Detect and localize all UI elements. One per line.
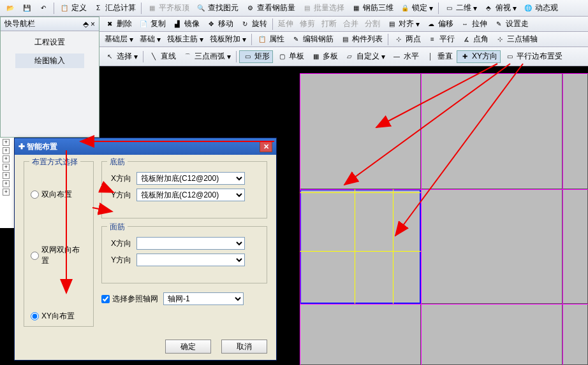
save-icon[interactable]: 💾 xyxy=(19,2,34,15)
baselayer-select[interactable]: 基础层▾ xyxy=(102,33,136,46)
stretch-button[interactable]: ↔拉伸 xyxy=(457,18,490,31)
bottom-x-select[interactable]: 筏板附加底(C12@200) xyxy=(136,172,245,185)
tree-expand-icon[interactable]: + xyxy=(3,147,10,154)
base-label: 基础 xyxy=(140,34,155,45)
rect-label: 矩形 xyxy=(254,51,270,62)
tree-expand-icon[interactable]: + xyxy=(3,189,10,196)
arc3pt-button[interactable]: ⌒三点画弧▾ xyxy=(180,50,233,63)
custom-button[interactable]: ▱自定义▾ xyxy=(342,50,388,63)
lock-button[interactable]: 🔒锁定▾ xyxy=(397,2,436,15)
dialog-titlebar[interactable]: ✚ 智能布置 ✕ xyxy=(15,138,276,155)
sumcalc-button[interactable]: Σ汇总计算 xyxy=(91,2,138,15)
delete-button[interactable]: ✖删除 xyxy=(102,18,135,31)
tree-expand-icon[interactable]: + xyxy=(3,139,10,146)
vert-button[interactable]: │垂直 xyxy=(423,50,455,63)
tree-expand-icon[interactable]: + xyxy=(3,172,10,179)
move-button[interactable]: ✥移动 xyxy=(203,18,236,31)
twopoint-button[interactable]: ⊹两点 xyxy=(391,33,423,46)
fix-label: 修剪 xyxy=(300,18,315,29)
paredge-button[interactable]: ▭平行边布置受 xyxy=(502,50,565,63)
base-select[interactable]: 基础▾ xyxy=(137,33,163,46)
fix-button[interactable]: 修剪 xyxy=(297,18,318,31)
open-icon[interactable]: 📂 xyxy=(3,2,18,15)
ok-button[interactable]: 确定 xyxy=(165,340,211,354)
top-x-select[interactable] xyxy=(136,237,245,250)
ptangle-button[interactable]: ∡点角 xyxy=(459,33,491,46)
dialog-icon: ✚ xyxy=(18,142,25,151)
props-label: 属性 xyxy=(269,34,284,45)
rebar3d-button[interactable]: ▦钢筋三维 xyxy=(348,2,396,15)
delete-label: 删除 xyxy=(117,18,132,29)
raftmain-select[interactable]: 筏板主筋▾ xyxy=(165,33,206,46)
refgrid-select[interactable]: 轴网-1 xyxy=(163,292,244,305)
persp-button[interactable]: ⬘俯视▾ xyxy=(481,2,519,15)
xdir-label: X方向 xyxy=(107,173,131,184)
top-y-select[interactable] xyxy=(136,254,245,266)
tree-expand-icon[interactable]: + xyxy=(3,180,10,187)
vert-label: 垂直 xyxy=(437,51,453,62)
rotate-label: 旋转 xyxy=(252,18,267,29)
radio-dualnet[interactable]: 双网双向布置 xyxy=(29,243,88,268)
select-button[interactable]: ↖选择▾ xyxy=(102,50,140,63)
batchsel-label: 批量选择 xyxy=(314,3,344,13)
align-button[interactable]: ▤对齐▾ xyxy=(384,18,422,31)
horiz-button[interactable]: —水平 xyxy=(389,50,422,63)
method-legend: 布置方式选择 xyxy=(29,157,80,168)
refgrid-checkbox[interactable]: 选择参照轴网 xyxy=(101,294,158,304)
break-button[interactable]: 打断 xyxy=(319,18,339,31)
arc3pt-label: 三点画弧 xyxy=(195,51,225,62)
merge-button[interactable]: 合并 xyxy=(341,18,361,31)
viewrebar-button[interactable]: ⚙查看钢筋量 xyxy=(242,2,298,15)
pin-icon[interactable]: ⬘ xyxy=(83,20,89,29)
multi-button[interactable]: ▦多板 xyxy=(308,50,341,63)
raftadd-label: 筏板附加 xyxy=(210,34,240,45)
tab-draw-input[interactable]: 绘图输入 xyxy=(15,54,84,68)
radio-dualdir[interactable]: 双向布置 xyxy=(29,187,88,202)
single-button[interactable]: ▢单板 xyxy=(274,50,307,63)
radio-xy[interactable]: XY向布置 xyxy=(29,309,88,324)
tree-expand-icon[interactable]: + xyxy=(3,155,10,162)
aligntop-button[interactable]: ▦平齐板顶 xyxy=(144,2,192,15)
findelem-button[interactable]: 🔍查找图元 xyxy=(193,2,241,15)
elemlist-button[interactable]: ▤构件列表 xyxy=(337,33,385,46)
rotate-button[interactable]: ↻旋转 xyxy=(237,18,270,31)
setpos-button[interactable]: ✎设置走 xyxy=(491,18,531,31)
twod-button[interactable]: ▭二维▾ xyxy=(441,2,480,15)
offset-label: 偏移 xyxy=(438,18,453,29)
nav-close-icon[interactable]: × xyxy=(91,20,95,29)
align-label: 对齐 xyxy=(399,18,414,29)
dynobs-button[interactable]: 🌐动态观 xyxy=(520,2,561,15)
offset-button[interactable]: ☁偏移 xyxy=(423,18,456,31)
radio-xy-label: XY向布置 xyxy=(41,311,75,322)
mirror-label: 镜像 xyxy=(184,18,200,29)
aligntop-label: 平齐板顶 xyxy=(159,3,189,13)
elemlist-label: 构件列表 xyxy=(352,34,383,45)
mirror-button[interactable]: ▟镜像 xyxy=(170,18,202,31)
threeaux-label: 三点辅轴 xyxy=(507,34,538,45)
extend-button[interactable]: 延伸 xyxy=(276,18,296,31)
props-button[interactable]: 📋属性 xyxy=(254,33,287,46)
lock-label: 锁定 xyxy=(412,3,427,13)
tree-expand-icon[interactable]: + xyxy=(3,164,10,171)
line-button[interactable]: ╲直线 xyxy=(146,50,179,63)
xydir-button[interactable]: ✚XY方向 xyxy=(457,50,501,63)
copy-button[interactable]: 📄复制 xyxy=(136,18,168,31)
custom-label: 自定义 xyxy=(356,51,379,62)
baselayer-label: 基础层 xyxy=(105,34,128,45)
tab-project-settings[interactable]: 工程设置 xyxy=(15,35,84,50)
rebar3d-label: 钢筋三维 xyxy=(363,3,393,13)
undo-icon[interactable]: ↶ xyxy=(36,2,51,15)
rect-button[interactable]: ▭矩形 xyxy=(239,50,273,63)
define-button[interactable]: 📋定义 xyxy=(57,2,89,15)
close-icon[interactable]: ✕ xyxy=(260,141,272,152)
single-label: 单板 xyxy=(289,51,304,62)
batchsel-button[interactable]: ▤批量选择 xyxy=(299,2,347,15)
bottom-y-select[interactable]: 筏板附加底(C12@200) xyxy=(136,189,245,201)
cancel-button[interactable]: 取消 xyxy=(221,340,267,354)
raftadd-select[interactable]: 筏板附加▾ xyxy=(207,33,249,46)
threeaux-button[interactable]: ⊹三点辅轴 xyxy=(492,33,540,46)
parallel-button[interactable]: ≡平行 xyxy=(425,33,457,46)
copy-label: 复制 xyxy=(151,18,166,29)
editrebar-button[interactable]: ✎编辑钢筋 xyxy=(288,33,336,46)
split-button[interactable]: 分割 xyxy=(362,18,383,31)
